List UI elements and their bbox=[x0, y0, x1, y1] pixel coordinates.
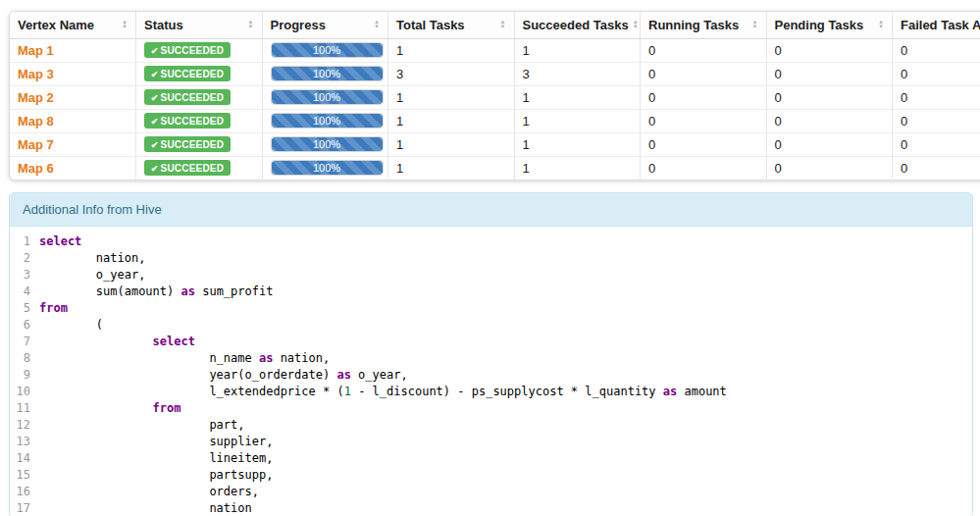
sql-keyword: as bbox=[663, 385, 677, 398]
table-body: Map 1✔SUCCEEDED100%11000Map 3✔SUCCEEDED1… bbox=[10, 38, 980, 180]
sql-text: nation, bbox=[273, 351, 330, 365]
line-number: 12 bbox=[10, 417, 39, 434]
hive-info-panel-title: Additional Info from Hive bbox=[10, 193, 972, 227]
code-line: 15 partsupp, bbox=[10, 467, 972, 484]
vertex-row: Map 3✔SUCCEEDED100%33000 bbox=[10, 62, 980, 85]
code-line-content: from bbox=[39, 300, 68, 317]
total-tasks-cell: 1 bbox=[388, 132, 515, 156]
check-icon: ✔ bbox=[151, 164, 159, 174]
code-line-content: l_extendedprice * (1 - l_discount) - ps_… bbox=[39, 384, 727, 400]
vertex-link[interactable]: Map 6 bbox=[18, 161, 54, 176]
vertex-link[interactable]: Map 1 bbox=[18, 43, 54, 58]
running-tasks-cell: 0 bbox=[641, 38, 767, 62]
column-header-failed-task-attempts[interactable]: Failed Task A▲▼ bbox=[893, 12, 980, 38]
table-header-row: Vertex Name▲▼Status▲▼Progress▲▼Total Tas… bbox=[10, 12, 980, 38]
vertex-link[interactable]: Map 7 bbox=[18, 137, 54, 152]
status-label: SUCCEEDED bbox=[161, 163, 225, 174]
sql-keyword: as bbox=[181, 284, 195, 298]
code-line: 5from bbox=[10, 300, 972, 317]
line-number: 11 bbox=[10, 400, 39, 417]
vertex-link[interactable]: Map 2 bbox=[18, 90, 54, 105]
sort-icon[interactable]: ▲▼ bbox=[878, 20, 884, 29]
page: Vertex Name▲▼Status▲▼Progress▲▼Total Tas… bbox=[0, 0, 980, 516]
sql-text: n_name bbox=[39, 351, 259, 365]
check-icon: ✔ bbox=[151, 93, 159, 103]
column-header-progress[interactable]: Progress▲▼ bbox=[262, 12, 388, 38]
sort-icon[interactable]: ▲▼ bbox=[374, 20, 380, 29]
vertex-link[interactable]: Map 8 bbox=[18, 114, 54, 129]
vertex-row: Map 2✔SUCCEEDED100%11000 bbox=[10, 85, 980, 109]
sql-text: nation bbox=[39, 501, 252, 515]
sql-text: year(o_orderdate) bbox=[39, 368, 336, 382]
code-line: 14 lineitem, bbox=[10, 450, 972, 467]
code-line: 11 from bbox=[10, 400, 972, 417]
failed-tasks-cell: 0 bbox=[893, 132, 980, 156]
pending-tasks-cell: 0 bbox=[766, 85, 893, 109]
progress-track: 100% bbox=[271, 66, 384, 81]
column-header-pending-tasks[interactable]: Pending Tasks▲▼ bbox=[766, 12, 893, 38]
code-line: 1select bbox=[10, 233, 972, 250]
vertex-row: Map 7✔SUCCEEDED100%11000 bbox=[10, 132, 980, 156]
column-header-total-tasks[interactable]: Total Tasks▲▼ bbox=[388, 12, 515, 38]
vertex-row: Map 6✔SUCCEEDED100%11000 bbox=[10, 156, 980, 180]
sql-keyword: from bbox=[39, 301, 68, 315]
line-number: 7 bbox=[10, 334, 39, 350]
code-line: 2 nation, bbox=[10, 250, 972, 267]
sort-icon[interactable]: ▲▼ bbox=[633, 20, 639, 29]
status-badge: ✔SUCCEEDED bbox=[144, 136, 231, 152]
progress-bar: 100% bbox=[272, 67, 383, 80]
progress-track: 100% bbox=[271, 113, 384, 129]
pending-tasks-cell: 0 bbox=[766, 109, 893, 132]
succeeded-tasks-cell: 1 bbox=[514, 38, 641, 62]
sql-number: 1 bbox=[344, 385, 351, 398]
column-header-succeeded-tasks[interactable]: Succeeded Tasks▲▼ bbox=[514, 12, 641, 38]
code-line-content: partsupp, bbox=[39, 467, 273, 484]
code-line: 13 supplier, bbox=[10, 434, 972, 450]
failed-tasks-cell: 0 bbox=[893, 85, 980, 109]
column-label: Vertex Name bbox=[18, 18, 94, 32]
code-line-content: lineitem, bbox=[39, 450, 273, 467]
column-header-vertex-name[interactable]: Vertex Name▲▼ bbox=[10, 12, 136, 38]
line-number: 9 bbox=[10, 367, 39, 384]
vertices-table: Vertex Name▲▼Status▲▼Progress▲▼Total Tas… bbox=[10, 12, 980, 180]
vertex-row: Map 8✔SUCCEEDED100%11000 bbox=[10, 109, 980, 132]
failed-tasks-cell: 0 bbox=[893, 38, 980, 62]
vertices-table-wrap: Vertex Name▲▼Status▲▼Progress▲▼Total Tas… bbox=[9, 11, 980, 181]
sql-text: sum(amount) bbox=[39, 284, 181, 298]
sql-keyword: as bbox=[336, 368, 350, 382]
vertex-link[interactable]: Map 3 bbox=[18, 67, 54, 81]
status-label: SUCCEEDED bbox=[161, 69, 225, 79]
sort-icon[interactable]: ▲▼ bbox=[248, 20, 254, 29]
check-icon: ✔ bbox=[151, 70, 159, 79]
column-header-status[interactable]: Status▲▼ bbox=[136, 12, 263, 38]
code-line-content: year(o_orderdate) as o_year, bbox=[39, 367, 408, 384]
code-line-content: ( bbox=[39, 317, 103, 334]
sort-icon[interactable]: ▲▼ bbox=[752, 20, 758, 29]
sql-text: lineitem, bbox=[39, 451, 273, 465]
pending-tasks-cell: 0 bbox=[766, 38, 893, 62]
progress-track: 100% bbox=[271, 89, 384, 105]
code-line: 4 sum(amount) as sum_profit bbox=[10, 284, 972, 300]
code-line-content: nation bbox=[39, 500, 252, 516]
sql-text: amount bbox=[677, 385, 727, 398]
sql-keyword: from bbox=[153, 401, 181, 415]
column-label: Succeeded Tasks bbox=[523, 18, 629, 32]
line-number: 6 bbox=[10, 317, 39, 334]
sort-icon[interactable]: ▲▼ bbox=[122, 20, 128, 29]
running-tasks-cell: 0 bbox=[641, 109, 767, 132]
status-label: SUCCEEDED bbox=[161, 45, 225, 56]
sql-text: ( bbox=[39, 318, 103, 332]
pending-tasks-cell: 0 bbox=[766, 156, 893, 180]
progress-track: 100% bbox=[271, 42, 384, 58]
column-label: Total Tasks bbox=[396, 18, 465, 32]
column-header-running-tasks[interactable]: Running Tasks▲▼ bbox=[641, 12, 767, 38]
hive-query-code: 1select2 nation,3 o_year,4 sum(amount) a… bbox=[10, 233, 972, 516]
progress-bar: 100% bbox=[272, 90, 383, 104]
code-line-content: nation, bbox=[39, 250, 145, 267]
pending-tasks-cell: 0 bbox=[766, 62, 893, 85]
sort-icon[interactable]: ▲▼ bbox=[500, 20, 506, 29]
check-icon: ✔ bbox=[151, 117, 159, 127]
total-tasks-cell: 3 bbox=[388, 62, 515, 85]
pending-tasks-cell: 0 bbox=[766, 132, 893, 156]
status-badge: ✔SUCCEEDED bbox=[144, 113, 231, 129]
